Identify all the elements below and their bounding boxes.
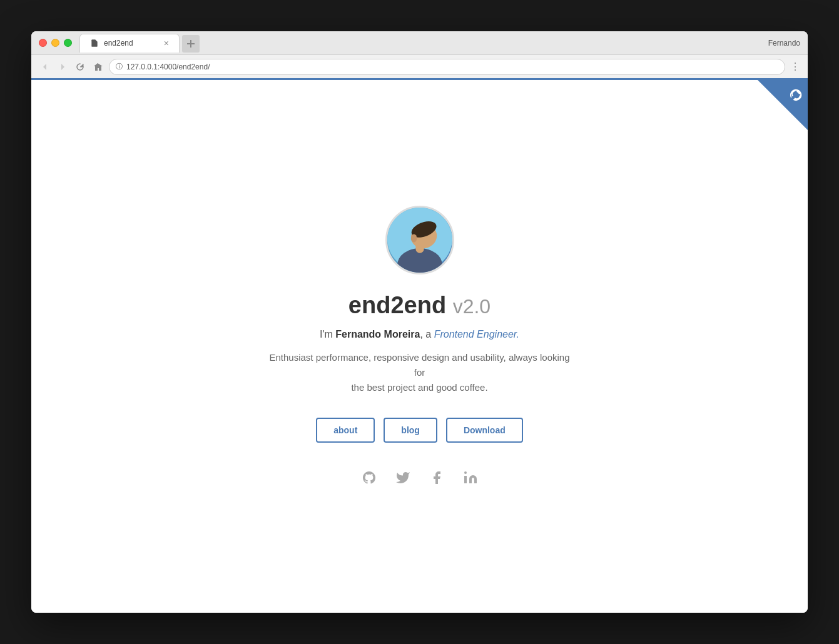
description-line2: the best project and good coffee. (351, 382, 487, 393)
title-bar: end2end × Fernando (31, 31, 808, 55)
home-button[interactable] (91, 61, 104, 73)
linkedin-icon[interactable] (460, 468, 481, 488)
tab-favicon-icon (90, 39, 99, 48)
close-button[interactable] (39, 39, 47, 47)
github-corner[interactable] (758, 80, 808, 130)
page-title: end2end v2.0 (348, 292, 491, 319)
github-corner-bg (758, 80, 808, 130)
address-bar: ⓘ 127.0.0.1:4000/end2end/ ⋮ (31, 55, 808, 80)
intro-middle: , a (420, 329, 434, 340)
tab-close-icon[interactable]: × (164, 38, 169, 48)
tab-title: end2end (104, 39, 133, 48)
app-name: end2end (348, 292, 446, 318)
author-role-link[interactable]: Frontend Engineer. (434, 329, 519, 340)
back-button[interactable] (39, 61, 51, 73)
browser-menu-button[interactable]: ⋮ (790, 61, 800, 73)
user-label: Fernando (768, 39, 800, 48)
page-content: end2end v2.0 I'm Fernando Moreira, a Fro… (31, 80, 808, 613)
traffic-lights (39, 39, 72, 47)
url-bar[interactable]: ⓘ 127.0.0.1:4000/end2end/ (109, 59, 785, 75)
blog-button[interactable]: blog (384, 418, 437, 443)
description: Enthusiast performance, responsive desig… (263, 350, 576, 395)
security-icon: ⓘ (116, 62, 123, 71)
minimize-button[interactable] (51, 39, 59, 47)
download-button[interactable]: Download (446, 418, 523, 443)
forward-button[interactable] (56, 61, 69, 73)
subtitle: I'm Fernando Moreira, a Frontend Enginee… (320, 329, 519, 340)
reload-button[interactable] (74, 61, 86, 73)
tab-bar: end2end × (79, 34, 768, 53)
intro-text: I'm (320, 329, 335, 340)
avatar (385, 206, 454, 274)
author-name: Fernando Moreira (335, 329, 420, 340)
maximize-button[interactable] (64, 39, 72, 47)
svg-point-7 (410, 234, 416, 242)
buttons-row: about blog Download (316, 418, 523, 443)
facebook-icon[interactable] (427, 468, 447, 488)
active-tab[interactable]: end2end × (79, 34, 180, 53)
twitter-icon[interactable] (393, 468, 413, 488)
svg-point-8 (464, 471, 467, 474)
browser-window: end2end × Fernando ⓘ 127.0.0.1:4000/end2… (31, 31, 808, 613)
version-label: v2.0 (453, 295, 491, 318)
social-row (359, 468, 481, 488)
svg-rect-1 (187, 43, 195, 44)
new-tab-button[interactable] (182, 35, 200, 53)
github-icon[interactable] (359, 468, 379, 488)
url-text: 127.0.0.1:4000/end2end/ (126, 63, 210, 71)
description-line1: Enthusiast performance, responsive desig… (270, 352, 570, 378)
about-button[interactable]: about (316, 418, 375, 443)
